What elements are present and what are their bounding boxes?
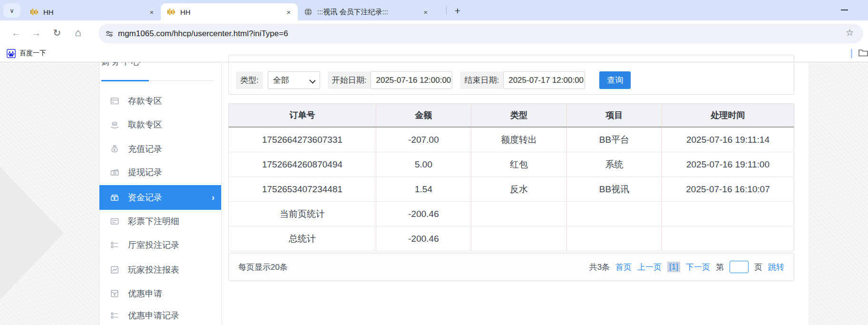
prev-page-link[interactable]: 上一页 — [637, 262, 662, 273]
sidebar-item-withdrawal-records[interactable]: 提现记录 — [99, 162, 221, 183]
sidebar-item-label: 取款专区 — [128, 119, 162, 130]
tab-betting-records[interactable]: :::视讯 会员下注纪录::: × — [298, 3, 435, 20]
col-amount: 金额 — [376, 103, 471, 128]
site-page: 财务中心 存款专区 取款专区 — [0, 62, 868, 325]
sidebar-item-label: 充值记录 — [128, 143, 162, 155]
cell-process-time: 2025-07-16 19:11:14 — [662, 128, 794, 152]
waveform-favicon — [167, 8, 176, 16]
list-icon — [110, 240, 119, 250]
table-row: 1752653407234481 1.54 反水 BB视讯 2025-07-16… — [228, 177, 794, 202]
funds-record-main: 类型: 全部 开始日期: 2025-07-16 12:00:00 结束日期: 2… — [222, 62, 809, 325]
new-tab-button[interactable]: + — [451, 4, 464, 18]
type-select[interactable]: 全部 — [268, 71, 320, 89]
close-icon[interactable]: × — [421, 8, 430, 16]
bet-detail-card-icon — [110, 217, 119, 226]
type-label: 类型: — [236, 71, 263, 89]
tab-search-button[interactable]: ∨ — [3, 3, 20, 18]
cell-empty — [471, 227, 567, 251]
list-icon — [110, 311, 119, 320]
triangle-watermark — [0, 167, 64, 300]
report-chart-icon — [110, 265, 119, 275]
waveform-favicon — [30, 8, 39, 16]
other-bookmarks-folder-icon[interactable] — [858, 48, 868, 58]
close-icon[interactable]: × — [147, 8, 156, 16]
jump-suffix-text: 页 — [754, 262, 762, 273]
back-button[interactable]: ← — [10, 26, 23, 39]
bookmark-star-icon[interactable]: ☆ — [846, 27, 854, 38]
reload-button[interactable]: ↻ — [50, 26, 64, 39]
close-icon[interactable]: × — [284, 8, 293, 16]
cell-empty — [567, 227, 662, 251]
cell-process-time: 2025-07-16 19:11:00 — [662, 152, 794, 177]
tab-hh-2-active[interactable]: HH × — [161, 3, 298, 20]
home-button[interactable]: ⌂ — [71, 26, 85, 39]
sidebar-item-label: 优惠申请 — [128, 288, 162, 299]
sidebar-item-recharge-records[interactable]: ¥ 充值记录 — [99, 138, 221, 159]
browser-toolbar: ← → ↻ ⌂ mgm1065.com/hhcp/usercenter.html… — [0, 20, 868, 45]
site-settings-icon[interactable] — [105, 30, 114, 38]
forward-icon: → — [31, 28, 41, 39]
page-size-text: 每页显示20条 — [238, 262, 288, 273]
sidebar-item-withdraw[interactable]: 取款专区 — [99, 114, 221, 135]
col-type: 类型 — [471, 103, 567, 128]
cell-order-no: 1752664260870494 — [228, 152, 376, 177]
col-project: 项目 — [567, 103, 662, 128]
filter-row: 类型: 全部 开始日期: 2025-07-16 12:00:00 结束日期: 2… — [236, 71, 631, 89]
minimize-button[interactable] — [841, 10, 848, 10]
bookmarks-divider — [851, 49, 852, 58]
cell-type: 反水 — [471, 177, 567, 202]
jump-button[interactable]: 跳转 — [768, 262, 784, 273]
sidebar-item-lottery-bet-details[interactable]: 彩票下注明细 — [99, 211, 221, 232]
sidebar-header-active-rule — [101, 80, 149, 81]
sidebar-item-label: 优惠申请记录 — [128, 310, 179, 321]
withdraw-icon — [110, 120, 119, 129]
type-select-value: 全部 — [273, 75, 289, 86]
cell-project: BB视讯 — [567, 177, 662, 202]
svg-text:¥: ¥ — [113, 197, 116, 201]
sidebar-item-label: 厅室投注记录 — [128, 239, 179, 251]
query-button[interactable]: 查询 — [599, 71, 631, 89]
cell-order-no: 1752653407234481 — [228, 177, 376, 202]
reload-icon: ↻ — [53, 27, 61, 39]
sidebar-item-funds-records[interactable]: ¥ 资金记录 › — [99, 185, 221, 210]
end-date-label: 结束日期: — [460, 71, 503, 89]
cell-empty — [567, 202, 662, 227]
end-date-input[interactable]: 2025-07-17 12:00:00 — [503, 71, 585, 89]
url-text[interactable]: mgm1065.com/hhcp/usercenter.html?iniType… — [118, 29, 288, 39]
cell-project: BB平台 — [567, 128, 662, 152]
sidebar-item-deposit[interactable]: 存款专区 — [99, 90, 221, 111]
tab-hh-1[interactable]: HH × — [24, 3, 161, 20]
sidebar-item-label: 资金记录 — [128, 192, 162, 203]
start-date-input[interactable]: 2025-07-16 12:00:00 — [371, 71, 452, 89]
cell-empty — [662, 227, 794, 251]
current-page-badge: [1] — [667, 262, 680, 272]
sidebar-item-promo-apply[interactable]: ¥ 优惠申请 — [99, 283, 221, 304]
cell-order-no: 1752664273607331 — [228, 128, 376, 152]
next-page-link[interactable]: 下一页 — [686, 262, 710, 273]
sidebar-item-hall-bet-records[interactable]: 厅室投注记录 — [99, 235, 221, 256]
forward-button[interactable]: → — [29, 26, 43, 39]
tab-separator — [446, 6, 447, 14]
chevron-down-icon: ∨ — [10, 7, 14, 14]
sidebar-item-promo-apply-records[interactable]: 优惠申请记录 — [99, 305, 221, 325]
total-count-text: 共3条 — [589, 262, 610, 273]
end-date-value: 2025-07-17 12:00:00 — [508, 76, 584, 85]
cell-process-time: 2025-07-16 16:10:07 — [662, 177, 794, 202]
col-process-time: 处理时间 — [662, 103, 794, 128]
cell-amount: 5.00 — [376, 152, 471, 177]
tab-title: HH — [180, 8, 284, 16]
sidebar-item-player-bet-report[interactable]: 玩家投注报表 — [99, 259, 221, 280]
cell-amount: 1.54 — [376, 177, 471, 202]
page-left-background — [0, 62, 99, 325]
first-page-link[interactable]: 首页 — [615, 262, 632, 273]
address-bar[interactable]: mgm1065.com/hhcp/usercenter.html?iniType… — [98, 24, 863, 43]
bookmark-baidu[interactable]: 百度一下 — [7, 47, 46, 59]
plus-icon: + — [455, 5, 460, 17]
jump-page-input[interactable] — [730, 261, 749, 273]
start-date-value: 2025-07-16 12:00:00 — [376, 76, 451, 85]
pagination-bar: 每页显示20条 共3条 首页 上一页 [1] 下一页 第 页 跳转 — [228, 253, 794, 281]
tab-title: HH — [43, 8, 147, 16]
banknote-icon — [110, 167, 119, 177]
money-bag-icon: ¥ — [110, 144, 119, 154]
cell-type: 红包 — [471, 152, 567, 177]
